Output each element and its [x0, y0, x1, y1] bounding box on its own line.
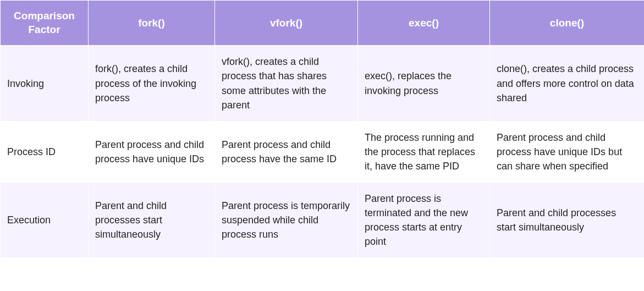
cell-factor: Execution [1, 183, 89, 258]
header-exec: exec() [358, 1, 490, 46]
table-row: Process ID Parent process and child proc… [1, 121, 645, 182]
cell-vfork: Parent process is temporarily suspended … [215, 183, 358, 258]
cell-fork: fork(), creates a child process of the i… [89, 46, 215, 121]
header-factor: Comparison Factor [1, 1, 89, 46]
header-fork: fork() [89, 1, 215, 46]
header-vfork: vfork() [215, 1, 358, 46]
table-row: Execution Parent and child processes sta… [1, 183, 645, 258]
cell-factor: Invoking [1, 46, 89, 121]
cell-fork: Parent process and child process have un… [89, 121, 215, 182]
cell-clone: clone(), creates a child process and off… [490, 46, 645, 121]
header-clone: clone() [490, 1, 645, 46]
cell-exec: The process running and the process that… [358, 121, 490, 182]
cell-factor: Process ID [1, 121, 89, 182]
cell-clone: Parent and child processes start simulta… [490, 183, 645, 258]
cell-exec: exec(), replaces the invoking process [358, 46, 490, 121]
comparison-table: Comparison Factor fork() vfork() exec() … [0, 0, 644, 258]
cell-vfork: Parent process and child process have th… [215, 121, 358, 182]
header-row: Comparison Factor fork() vfork() exec() … [1, 1, 645, 46]
cell-clone: Parent process and child process have un… [490, 121, 645, 182]
cell-fork: Parent and child processes start simulta… [89, 183, 215, 258]
cell-exec: Parent process is terminated and the new… [358, 183, 490, 258]
table-row: Invoking fork(), creates a child process… [1, 46, 645, 121]
cell-vfork: vfork(), creates a child process that ha… [215, 46, 358, 121]
